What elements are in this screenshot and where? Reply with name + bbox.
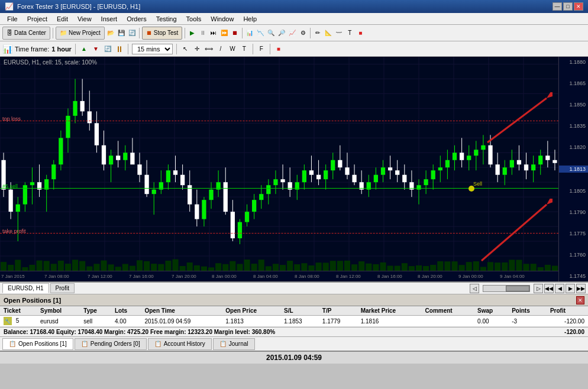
tab-right-button[interactable]: ▷: [534, 284, 543, 293]
pause-button[interactable]: ⏸: [198, 28, 208, 38]
tab-next-button[interactable]: ▶: [566, 284, 575, 293]
close-button[interactable]: ✕: [574, 2, 583, 11]
table-row: 🔧 5 eurusd sell 4.00 2015.01.09 04:59 1.…: [0, 316, 588, 327]
scrollbar-thumb[interactable]: [506, 286, 529, 291]
menu-window[interactable]: Window: [206, 14, 238, 24]
fibo-tool[interactable]: F: [257, 44, 266, 54]
tab-prev-button[interactable]: ◀: [555, 284, 564, 293]
positions-tab-icon: 📋: [9, 341, 16, 347]
step-button[interactable]: ⏭: [209, 28, 218, 38]
menu-testing[interactable]: Testing: [151, 14, 182, 24]
text-tool3[interactable]: T: [240, 44, 249, 54]
draw-tool2[interactable]: 📐: [324, 28, 333, 38]
color-picker[interactable]: ■: [274, 44, 283, 54]
cell-points: -3: [508, 316, 547, 327]
draw-tool1[interactable]: ✏: [313, 28, 322, 38]
window-controls[interactable]: — □ ✕: [553, 2, 583, 11]
timeframe-value: 1 hour: [51, 46, 72, 53]
chart-type2[interactable]: 📉: [256, 28, 265, 38]
col-tp: T/P: [319, 306, 357, 316]
chart-type1[interactable]: 📊: [245, 28, 254, 38]
down-arrow[interactable]: ▼: [91, 44, 101, 54]
refresh-button[interactable]: 🔄: [127, 28, 137, 38]
menu-orders[interactable]: Orders: [122, 14, 151, 24]
time-label-4: 7 Jan 20:00: [172, 274, 196, 279]
settings-button[interactable]: ⚙: [298, 28, 308, 38]
stop-test-button[interactable]: ⏹ Stop Test: [142, 27, 183, 40]
zoom-in-button[interactable]: 🔍: [266, 28, 276, 38]
chart-icon: 📊: [2, 44, 12, 54]
col-profit: Profit: [547, 306, 588, 316]
tab-scrollbar[interactable]: [483, 285, 530, 292]
data-center-icon: 🗄: [7, 30, 12, 36]
chart-tab-eurusd[interactable]: EURUSD, H1: [2, 283, 49, 293]
color-tool[interactable]: ■: [356, 28, 365, 38]
time-label-7: 8 Jan 08:00: [295, 274, 319, 279]
new-project-button[interactable]: 📁 New Project: [56, 27, 105, 40]
arrow-stop-loss: [434, 92, 553, 151]
stop2-button[interactable]: ⏹: [230, 28, 240, 38]
ticket-icon[interactable]: 🔧: [4, 317, 12, 325]
sync-icon[interactable]: 🔄: [103, 44, 112, 54]
sell-line-label: #5 sell: [2, 183, 18, 189]
save-button[interactable]: 💾: [117, 28, 126, 38]
table-header-row: Ticket Symbol Type Lots Open Time Open P…: [0, 306, 588, 316]
minimize-button[interactable]: —: [553, 2, 562, 11]
menu-insert[interactable]: Insert: [96, 14, 122, 24]
crosshair-tool[interactable]: ✛: [192, 44, 202, 54]
chart-tab-bar: EURUSD, H1 Profit ◁ ▷ ◀◀ ◀ ▶ ▶▶: [0, 281, 588, 294]
zoom-out-button[interactable]: 🔎: [277, 28, 286, 38]
open-button[interactable]: 📂: [106, 28, 115, 38]
menu-project[interactable]: Project: [22, 14, 52, 24]
indicators-button[interactable]: 📈: [287, 28, 297, 38]
positions-panel: Open Positions [1] ✕ Ticket Symbol Type …: [0, 294, 588, 336]
col-swap: Swap: [474, 306, 508, 316]
menu-tools[interactable]: Tools: [182, 14, 206, 24]
col-sl: S/L: [280, 306, 319, 316]
price-1880: 1.1880: [559, 59, 588, 65]
cursor-tool[interactable]: ↖: [180, 44, 190, 54]
separator5: [310, 28, 311, 38]
maximize-button[interactable]: □: [563, 2, 573, 11]
interval-dropdown[interactable]: 15 mins 1 hour 4 hours 1 day: [132, 44, 173, 54]
chart-tabs: EURUSD, H1 Profit: [2, 283, 76, 293]
draw-tool3[interactable]: 〰: [334, 28, 344, 38]
menu-view[interactable]: View: [73, 14, 96, 24]
data-center-button[interactable]: 🗄 Data Center: [2, 27, 50, 40]
line-tool[interactable]: ⟺: [204, 44, 214, 54]
tab-open-positions[interactable]: 📋 Open Positions [1]: [2, 338, 73, 350]
fwd-button[interactable]: ⏩: [219, 28, 229, 38]
tab-account-history[interactable]: 📋 Account History: [148, 338, 212, 350]
tab-last-button[interactable]: ▶▶: [576, 284, 586, 293]
text-tool[interactable]: T: [345, 28, 354, 38]
pencil-tool[interactable]: /: [216, 44, 225, 54]
tab-left-button[interactable]: ◁: [470, 284, 479, 293]
pending-tab-icon: 📋: [81, 341, 88, 347]
positions-close-button[interactable]: ✕: [576, 296, 584, 304]
up-arrow[interactable]: ▲: [79, 44, 89, 54]
col-opentime: Open Time: [141, 306, 222, 316]
date-footer: 2015.01.09 04:59: [0, 351, 588, 364]
play-button[interactable]: ▶: [188, 28, 197, 38]
price-1865: 1.1865: [559, 80, 588, 86]
chart-tab-profit[interactable]: Profit: [50, 283, 75, 293]
text-tool2[interactable]: W: [228, 44, 237, 54]
tab-journal[interactable]: 📋 Journal: [213, 338, 255, 350]
chart-info-label: EURUSD, H1, cell: 15, scale: 100%: [4, 59, 97, 66]
time-label-8: 8 Jan 12:00: [336, 274, 361, 279]
tab-pending-orders[interactable]: 📋 Pending Orders [0]: [75, 338, 147, 350]
take-profit-label: take profit: [2, 228, 26, 234]
menu-edit[interactable]: Edit: [52, 14, 73, 24]
menu-file[interactable]: File: [2, 14, 22, 24]
menu-help[interactable]: Help: [238, 14, 261, 24]
toolbar1: 🗄 Data Center 📁 New Project 📂 💾 🔄 ⏹ Stop…: [0, 25, 588, 41]
separator6: [75, 44, 76, 54]
separator9: [253, 44, 253, 54]
col-ticket: Ticket: [0, 306, 37, 316]
stop-loss-label: top loss: [2, 116, 21, 122]
positions-table: Ticket Symbol Type Lots Open Time Open P…: [0, 306, 588, 327]
pause-bar[interactable]: ⏸: [115, 44, 124, 54]
current-price: 1.1813: [559, 166, 588, 173]
tab-first-button[interactable]: ◀◀: [544, 284, 554, 293]
cell-swap: 0.00: [474, 316, 508, 327]
